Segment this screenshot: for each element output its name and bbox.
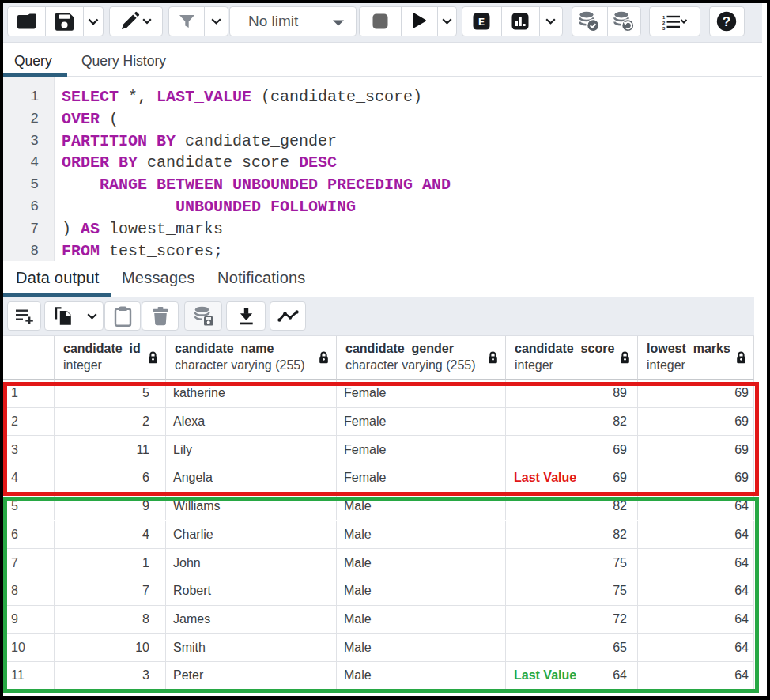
svg-text:E: E [478, 17, 485, 28]
svg-text:3: 3 [662, 25, 666, 30]
svg-text:1: 1 [662, 14, 666, 19]
svg-text:?: ? [723, 14, 730, 29]
svg-text:2: 2 [662, 20, 666, 25]
